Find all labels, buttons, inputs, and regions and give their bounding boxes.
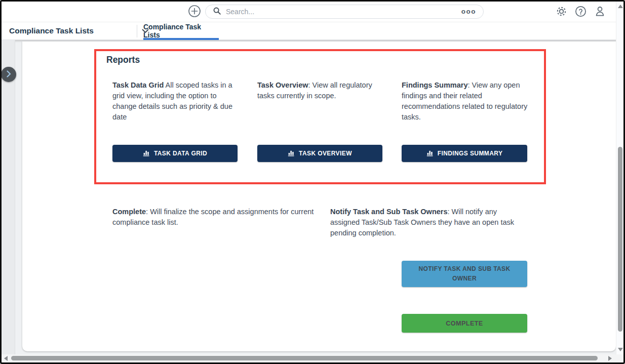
complete-description: Complete: Will finalize the scope and as… [112,207,314,228]
task-data-grid-description: Task Data Grid All scoped tasks in a gri… [112,80,233,123]
findings-summary-label: Findings Summary [402,81,468,89]
findings-summary-description: Findings Summary: View any open findings… [402,80,529,123]
add-button[interactable] [188,5,201,18]
content-card: Reports Task Data Grid All scoped tasks … [22,42,616,351]
active-tab-indicator [143,38,219,40]
vertical-scroll-thumb[interactable] [618,147,622,332]
task-overview-button[interactable]: TASK OVERVIEW [257,145,382,162]
notify-task-owners-button[interactable]: NOTIFY TASK AND SUB TASK OWNER [402,261,527,287]
bar-chart-icon [426,149,434,158]
task-data-grid-label: Task Data Grid [112,81,164,89]
bar-chart-icon [143,149,150,158]
task-data-grid-button[interactable]: TASK DATA GRID [112,145,238,162]
user-icon [594,6,606,19]
notify-label: Notify Task and Sub Task Owners [330,208,448,216]
top-bar: ooo [2,2,616,22]
chevron-right-icon [7,70,11,79]
search-overflow-menu[interactable]: ooo [461,8,476,15]
search-input[interactable] [226,8,461,16]
tab-label: Compliance Task Lists [143,23,219,39]
horizontal-scroll-thumb[interactable] [11,356,598,360]
profile-button[interactable] [593,6,606,19]
bar-chart-icon [288,149,295,158]
plus-circle-icon [188,5,201,19]
dropdown-label: Compliance Task Lists [9,26,94,35]
reports-section-title: Reports [106,55,140,65]
settings-button[interactable] [555,6,568,19]
collapsed-sidebar [2,40,15,354]
question-circle-icon [575,6,587,19]
scroll-up-arrow[interactable] [618,5,623,8]
task-overview-label: Task Overview [257,81,308,89]
task-overview-description: Task Overview: View all regulatory tasks… [257,80,377,101]
help-button[interactable] [574,6,587,19]
scroll-down-arrow[interactable] [618,348,623,351]
search-bar[interactable]: ooo [205,5,484,19]
notify-description: Notify Task and Sub Task Owners: Will no… [330,207,528,238]
tab-compliance-task-lists[interactable]: Compliance Task Lists [143,22,219,39]
button-label: TASK OVERVIEW [299,150,352,157]
complete-button[interactable]: COMPLETE [402,314,527,333]
scrollbar-corner [616,354,623,362]
complete-label: Complete [112,208,146,216]
button-label: TASK DATA GRID [154,150,207,157]
findings-summary-button[interactable]: FINDINGS SUMMARY [402,145,527,162]
vertical-scrollbar[interactable] [616,2,623,354]
search-icon [213,7,221,17]
object-type-dropdown[interactable]: Compliance Task Lists [9,22,149,39]
app-window: ooo [0,0,625,364]
horizontal-scrollbar[interactable] [2,354,616,362]
scroll-right-arrow[interactable] [608,356,612,361]
button-label: FINDINGS SUMMARY [438,150,503,157]
gear-icon [556,6,567,19]
nav-bar: Compliance Task Lists Compliance Task Li… [2,22,616,40]
scroll-left-arrow[interactable] [4,356,8,361]
sidebar-expand-button[interactable] [1,67,16,82]
nav-divider [137,25,137,37]
